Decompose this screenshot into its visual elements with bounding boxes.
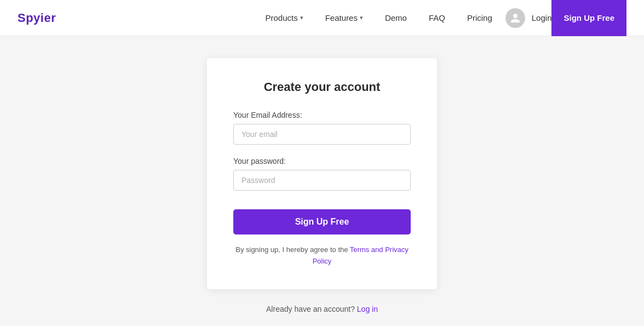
login-redirect-link[interactable]: Log in [357,305,378,313]
nav-pricing[interactable]: Pricing [458,9,501,27]
password-label: Your password: [233,157,411,165]
chevron-down-icon: ▾ [300,14,303,21]
nav-links: Products ▾ Features ▾ Demo FAQ Pricing [256,9,501,27]
nav-products[interactable]: Products ▾ [256,9,312,27]
signup-form-button[interactable]: Sign Up Free [233,209,411,235]
nav-faq[interactable]: FAQ [420,9,454,27]
main-content: Create your account Your Email Address: … [0,36,644,326]
navbar: Spyier Products ▾ Features ▾ Demo FAQ Pr… [0,0,644,36]
password-group: Your password: [233,157,411,191]
form-title: Create your account [233,80,411,94]
password-input[interactable] [233,170,411,191]
nav-demo[interactable]: Demo [376,9,416,27]
email-input[interactable] [233,124,411,145]
already-account-text: Already have an account? Log in [266,305,378,313]
email-group: Your Email Address: [233,111,411,145]
user-avatar-icon[interactable] [505,8,525,28]
signup-nav-button[interactable]: Sign Up Free [551,0,626,36]
signup-form-card: Create your account Your Email Address: … [207,58,437,289]
terms-text: By signing up, I hereby agree to the Ter… [233,244,411,267]
email-label: Your Email Address: [233,111,411,119]
nav-features[interactable]: Features ▾ [317,9,372,27]
login-link[interactable]: Login [532,13,552,22]
nav-login-area: Login [505,8,552,28]
brand-logo[interactable]: Spyier [18,11,56,25]
chevron-down-icon: ▾ [360,14,363,21]
